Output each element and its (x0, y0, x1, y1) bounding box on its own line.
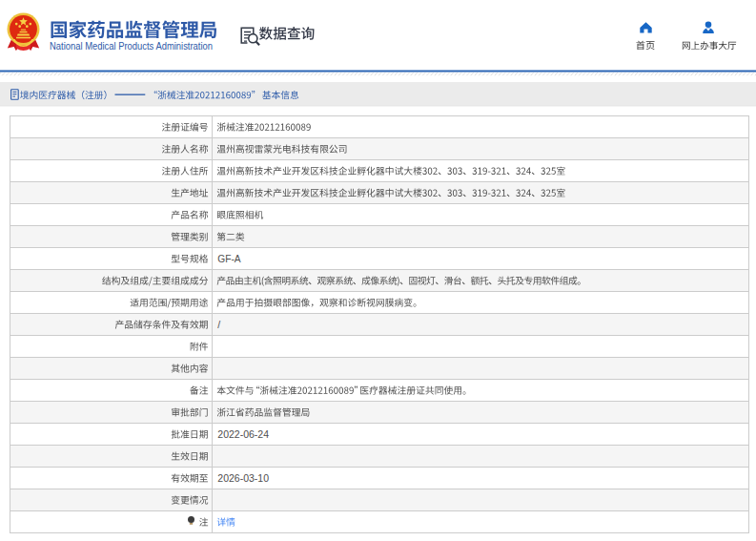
svg-text:National Medical Products Admi: National Medical Products Administration (50, 40, 213, 52)
svg-text:2022-06-24: 2022-06-24 (217, 428, 269, 440)
svg-text:/: / (217, 319, 220, 330)
svg-text:GF-A: GF-A (217, 254, 241, 264)
svg-text:2026-03-10: 2026-03-10 (217, 472, 269, 484)
